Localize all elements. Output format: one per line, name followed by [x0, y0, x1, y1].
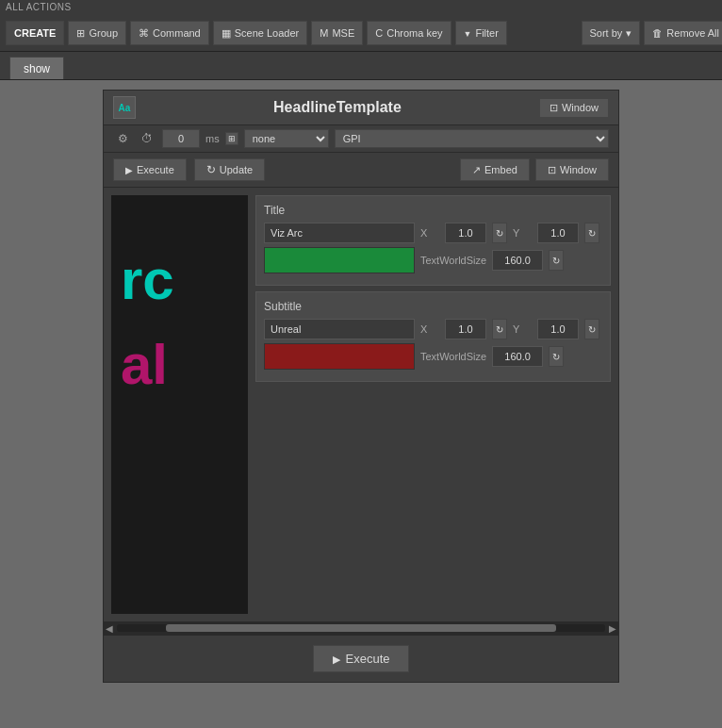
subtitle-text-row: X ↻ Y ↻ — [264, 319, 602, 339]
command-button[interactable]: Command — [130, 21, 209, 45]
title-color-row: TextWorldSize ↻ — [264, 247, 602, 273]
play-icon — [125, 164, 133, 175]
mse-button[interactable]: MSE — [311, 21, 363, 45]
tab-bar: show — [0, 52, 722, 80]
title-y-label: Y — [513, 227, 532, 239]
title-x-label: X — [420, 227, 439, 239]
chevron-down-icon — [626, 27, 632, 40]
title-x-spin[interactable]: ↻ — [492, 223, 507, 243]
settings-icon: ⚙ — [113, 129, 132, 148]
group-button[interactable]: Group — [68, 21, 126, 45]
window2-button[interactable]: Window — [535, 158, 609, 181]
content-area: rc al Title X ↻ Y ↻ — [104, 188, 618, 621]
subtitle-y-spin[interactable]: ↻ — [584, 319, 599, 339]
action-buttons-row: Execute Update Embed Window — [104, 153, 618, 188]
header-window-button[interactable]: Window — [539, 98, 609, 118]
title-group-label: Title — [264, 204, 602, 217]
title-text-input[interactable] — [264, 223, 415, 243]
none-select[interactable]: none — [244, 129, 329, 148]
main-area: Aa HeadlineTemplate Window ⚙ ⏱ 0 ms ⊞ no… — [0, 80, 722, 728]
filter-button[interactable]: Filter — [455, 21, 507, 45]
title-tws-spin[interactable]: ↻ — [549, 250, 564, 271]
command-icon — [139, 27, 149, 40]
embed-button[interactable]: Embed — [460, 158, 530, 181]
subtitle-y-label: Y — [513, 323, 532, 335]
scroll-right-arrow[interactable]: ▶ — [609, 623, 616, 634]
title-tws-input[interactable] — [492, 250, 543, 271]
scene-icon — [222, 27, 231, 40]
card-controls: ⚙ ⏱ 0 ms ⊞ none GPI — [104, 125, 618, 153]
window-icon — [550, 102, 558, 114]
mse-icon — [320, 27, 328, 39]
chroma-icon — [375, 27, 383, 39]
subtitle-tws-spin[interactable]: ↻ — [549, 346, 564, 367]
subtitle-field-group: Subtitle X ↻ Y ↻ TextWorldSize — [255, 291, 611, 382]
title-color-swatch[interactable] — [264, 247, 415, 273]
title-text-row: X ↻ Y ↻ — [264, 223, 602, 243]
subtitle-text-input[interactable] — [264, 319, 415, 339]
filter-icon — [464, 27, 472, 39]
delay-input[interactable]: 0 — [162, 129, 200, 148]
card-title: HeadlineTemplate — [143, 99, 532, 116]
chroma-key-button[interactable]: Chroma key — [367, 21, 451, 45]
execute-main-icon — [333, 652, 340, 666]
title-y-spin[interactable]: ↻ — [584, 223, 599, 243]
execute-button[interactable]: Execute — [113, 158, 187, 181]
title-tws-label: TextWorldSize — [420, 255, 486, 266]
scroll-thumb — [166, 624, 556, 632]
subtitle-tws-input[interactable] — [492, 346, 543, 367]
embed-icon — [472, 164, 481, 176]
remove-all-button[interactable]: Remove All — [644, 21, 722, 45]
bottom-execute-area: Execute — [104, 635, 618, 682]
preview-text-top: rc — [121, 252, 174, 308]
scroll-bar[interactable]: ◀ ▶ — [104, 621, 618, 635]
subtitle-y-input[interactable] — [537, 319, 579, 339]
subtitle-tws-label: TextWorldSize — [420, 351, 486, 362]
title-x-input[interactable] — [445, 223, 486, 243]
subtitle-x-label: X — [420, 323, 439, 335]
trash-icon — [652, 27, 663, 39]
scene-loader-button[interactable]: Scene Loader — [213, 21, 308, 45]
title-y-input[interactable] — [537, 223, 579, 243]
grid-toggle[interactable]: ⊞ — [225, 132, 238, 145]
subtitle-x-spin[interactable]: ↻ — [492, 319, 507, 339]
subtitle-group-label: Subtitle — [264, 300, 602, 313]
title-field-group: Title X ↻ Y ↻ TextWorldSize ↻ — [255, 195, 611, 286]
scroll-left-arrow[interactable]: ◀ — [106, 623, 113, 634]
subtitle-x-input[interactable] — [445, 319, 486, 339]
delay-unit: ms — [205, 133, 220, 144]
sort-by-button[interactable]: Sort by — [582, 21, 641, 45]
scroll-track[interactable] — [117, 624, 605, 632]
preview-text-bottom: al — [121, 337, 168, 393]
action-card: Aa HeadlineTemplate Window ⚙ ⏱ 0 ms ⊞ no… — [103, 90, 619, 683]
subtitle-color-swatch[interactable] — [264, 343, 415, 370]
card-icon: Aa — [113, 96, 136, 119]
tab-show[interactable]: show — [9, 57, 64, 79]
preview-panel: rc al — [111, 195, 248, 614]
all-actions-label: ALL ACTIONS — [6, 2, 72, 12]
subtitle-color-row: TextWorldSize ↻ — [264, 343, 602, 370]
window2-icon — [548, 164, 556, 176]
update-button[interactable]: Update — [194, 158, 265, 181]
card-header: Aa HeadlineTemplate Window — [104, 91, 618, 125]
execute-main-button[interactable]: Execute — [313, 645, 410, 672]
refresh-icon — [206, 163, 216, 176]
create-button[interactable]: CREATE — [6, 21, 64, 45]
group-icon — [76, 27, 85, 40]
fields-panel: Title X ↻ Y ↻ TextWorldSize ↻ — [255, 195, 611, 614]
gpi-select[interactable]: GPI — [335, 129, 609, 148]
clock-icon: ⏱ — [138, 129, 156, 148]
